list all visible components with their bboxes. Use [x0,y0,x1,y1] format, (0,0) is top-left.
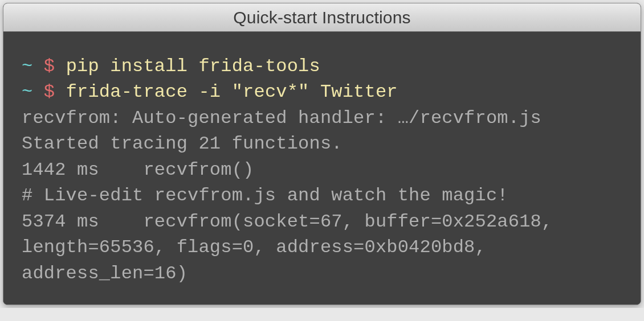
prompt-tilde: ~ [22,56,32,77]
prompt-dollar: $ [44,81,55,102]
terminal-body[interactable]: ~ $ pip install frida-tools ~ $ frida-tr… [3,32,641,304]
output-line-5: 5374 ms recvfrom(socket=67, buffer=0x252… [22,209,622,286]
output-line-2: Started tracing 21 functions. [22,131,622,157]
window-titlebar[interactable]: Quick-start Instructions [3,3,641,32]
window-title: Quick-start Instructions [233,8,411,27]
output-line-1: recvfrom: Auto-generated handler: …/recv… [22,105,622,131]
prompt-line-2: ~ $ frida-trace -i "recv*" Twitter [22,79,622,105]
prompt-dollar: $ [44,56,55,77]
output-line-3: 1442 ms recvfrom() [22,157,622,183]
prompt-line-1: ~ $ pip install frida-tools [22,54,622,79]
command-text-2: frida-trace -i "recv*" Twitter [66,81,398,102]
output-line-4: # Live-edit recvfrom.js and watch the ma… [22,183,622,208]
prompt-tilde: ~ [22,81,32,102]
terminal-window: Quick-start Instructions ~ $ pip install… [3,3,641,305]
command-text-1: pip install frida-tools [66,56,320,77]
